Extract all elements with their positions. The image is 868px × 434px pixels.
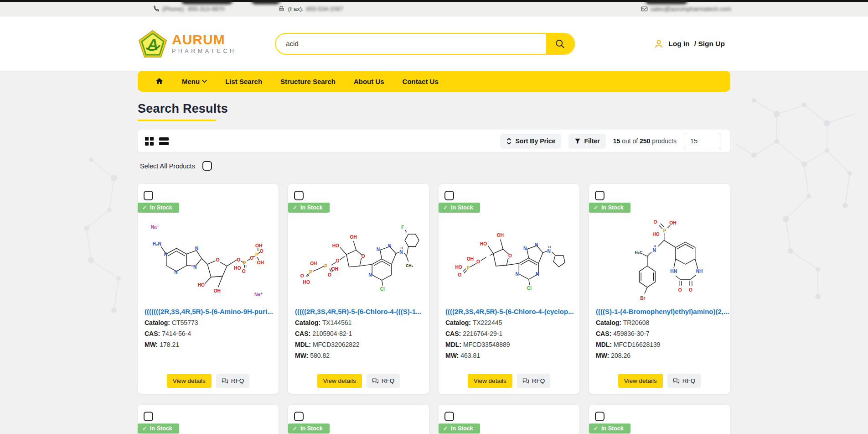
svg-text:O: O bbox=[250, 256, 253, 261]
phone-icon bbox=[153, 5, 160, 12]
svg-text:O: O bbox=[476, 259, 480, 264]
title-underline bbox=[138, 120, 216, 121]
products-grid: ✓ In Stock bbox=[138, 184, 730, 394]
svg-text:OH: OH bbox=[213, 288, 220, 293]
product-title-link[interactable]: (((((((2R,3S,4R,5R)-5-(6-Amino-9H-puri..… bbox=[138, 308, 279, 315]
card-actions: View details RFQ bbox=[138, 374, 279, 394]
check-icon: ✓ bbox=[293, 425, 297, 432]
rfq-button[interactable]: RFQ bbox=[517, 374, 551, 388]
product-structure-image[interactable]: O HO P OH O O OH HO N N N N Cl N bbox=[439, 210, 579, 304]
stock-label: In Stock bbox=[150, 425, 172, 432]
logo-pentagon-icon: A bbox=[138, 30, 167, 58]
svg-text:N: N bbox=[399, 249, 403, 254]
logo-subtitle: PHARMATECH bbox=[172, 48, 237, 54]
nav-structure-search-label: Structure Search bbox=[280, 78, 336, 85]
catalog-value: CT55773 bbox=[172, 319, 198, 326]
svg-text:H: H bbox=[400, 246, 403, 250]
background-molecule-decoration bbox=[736, 87, 859, 324]
product-catalog: Catalog: TR20608 bbox=[589, 319, 730, 326]
rfq-label: RFQ bbox=[231, 377, 244, 384]
product-structure-image[interactable]: O HO P OH P O OH O O OH HO N N N bbox=[288, 210, 429, 304]
product-card: ✓In Stock bbox=[589, 405, 730, 434]
svg-text:NH: NH bbox=[696, 269, 703, 274]
svg-text:N: N bbox=[376, 246, 379, 251]
chevron-down-icon bbox=[202, 79, 207, 83]
select-all-checkbox[interactable] bbox=[202, 161, 212, 171]
chat-icon bbox=[222, 378, 228, 384]
mw-label: MW: bbox=[596, 352, 609, 359]
nav-structure-search[interactable]: Structure Search bbox=[280, 78, 336, 85]
window-top-strip bbox=[0, 0, 868, 2]
blurred-blob bbox=[252, 0, 280, 4]
sort-by-price-button[interactable]: Sort By Price bbox=[500, 134, 561, 149]
mdl-value: MFCD33548889 bbox=[463, 341, 510, 348]
svg-text:Cl: Cl bbox=[527, 286, 531, 291]
mw-value: 580.82 bbox=[310, 352, 330, 359]
results-count: 15 out of 250 products bbox=[613, 137, 677, 145]
product-checkbox[interactable] bbox=[294, 191, 304, 200]
rfq-button[interactable]: RFQ bbox=[216, 374, 250, 388]
product-checkbox[interactable] bbox=[444, 412, 454, 421]
svg-text:N: N bbox=[195, 246, 198, 251]
view-details-button[interactable]: View details bbox=[167, 374, 212, 388]
phone-number: 855-313-9870 bbox=[188, 5, 225, 12]
list-view-icon[interactable] bbox=[159, 137, 169, 146]
svg-text:O: O bbox=[336, 258, 339, 263]
view-details-button[interactable]: View details bbox=[468, 374, 512, 388]
product-checkbox[interactable] bbox=[595, 412, 604, 421]
svg-text:HO: HO bbox=[303, 279, 310, 284]
svg-text:HO: HO bbox=[480, 241, 486, 246]
product-mdl: MDL: MFCD33548889 bbox=[439, 341, 579, 348]
user-icon bbox=[654, 39, 664, 49]
product-checkbox[interactable] bbox=[444, 191, 454, 200]
product-checkbox[interactable] bbox=[294, 412, 304, 421]
signup-link[interactable]: / Sign Up bbox=[694, 40, 725, 48]
nav-menu[interactable]: Menu bbox=[182, 78, 207, 85]
stock-label: In Stock bbox=[451, 204, 473, 211]
logo[interactable]: A AURUM PHARMATECH bbox=[138, 30, 237, 58]
nav-about-us[interactable]: About Us bbox=[354, 78, 384, 85]
view-details-button[interactable]: View details bbox=[317, 374, 362, 388]
product-structure-image[interactable]: O OH HO P N H H₃C Br HN NH O O bbox=[589, 210, 730, 304]
email-contact[interactable]: sales@aurumpharmatech.com bbox=[641, 5, 731, 12]
product-checkbox[interactable] bbox=[144, 191, 153, 200]
stock-label: In Stock bbox=[150, 204, 172, 211]
search-input[interactable] bbox=[276, 40, 546, 47]
rfq-button[interactable]: RFQ bbox=[367, 374, 400, 388]
view-details-button[interactable]: View details bbox=[618, 374, 663, 388]
stock-label: In Stock bbox=[300, 204, 323, 211]
fax-label: (Fax): bbox=[288, 5, 304, 12]
blurred-blob bbox=[181, 0, 232, 4]
results-total: 250 bbox=[640, 137, 650, 145]
svg-text:O: O bbox=[259, 248, 263, 253]
grid-view-icon[interactable] bbox=[145, 137, 154, 146]
cas-value: 7414-56-4 bbox=[162, 330, 191, 337]
logo-text: AURUM PHARMATECH bbox=[172, 33, 237, 54]
svg-text:P: P bbox=[466, 265, 470, 270]
nav-contact-us[interactable]: Contact Us bbox=[403, 78, 439, 85]
results-shown: 15 bbox=[613, 137, 620, 145]
phone-label: (Phone): bbox=[162, 5, 185, 12]
filter-button[interactable]: Filter bbox=[568, 134, 605, 149]
rfq-button[interactable]: RFQ bbox=[667, 374, 701, 388]
catalog-label: Catalog: bbox=[596, 319, 621, 326]
svg-text:N: N bbox=[368, 272, 372, 277]
site-header: A AURUM PHARMATECH Log In / Sign Up bbox=[0, 16, 868, 71]
product-checkbox[interactable] bbox=[144, 412, 153, 421]
product-title-link[interactable]: ((((2R,3S,4R,5R)-5-(6-Chloro-4-(cyclop..… bbox=[439, 308, 579, 315]
svg-text:HN: HN bbox=[670, 269, 677, 274]
product-title-link[interactable]: ((((S)-1-(4-Bromophenyl)ethyl)amino)(2,.… bbox=[589, 308, 730, 315]
login-link[interactable]: Log In bbox=[668, 40, 690, 48]
product-title-link[interactable]: (((((2R,3S,4R,5R)-5-(6-Chloro-4-(((S)-1.… bbox=[288, 308, 429, 315]
nav-list-search[interactable]: List Search bbox=[225, 78, 262, 85]
search-button[interactable] bbox=[546, 33, 574, 55]
home-icon bbox=[155, 77, 164, 85]
product-checkbox[interactable] bbox=[595, 191, 604, 200]
filter-label: Filter bbox=[584, 137, 599, 145]
nav-home[interactable] bbox=[155, 77, 164, 85]
svg-text:O: O bbox=[216, 257, 219, 262]
check-icon: ✓ bbox=[142, 425, 147, 432]
page-size-input[interactable] bbox=[684, 133, 721, 149]
product-structure-image[interactable]: Na⁺ Na⁺ H₂N N N N N O HO OH O P O HO bbox=[138, 210, 279, 304]
svg-text:P: P bbox=[243, 261, 246, 266]
